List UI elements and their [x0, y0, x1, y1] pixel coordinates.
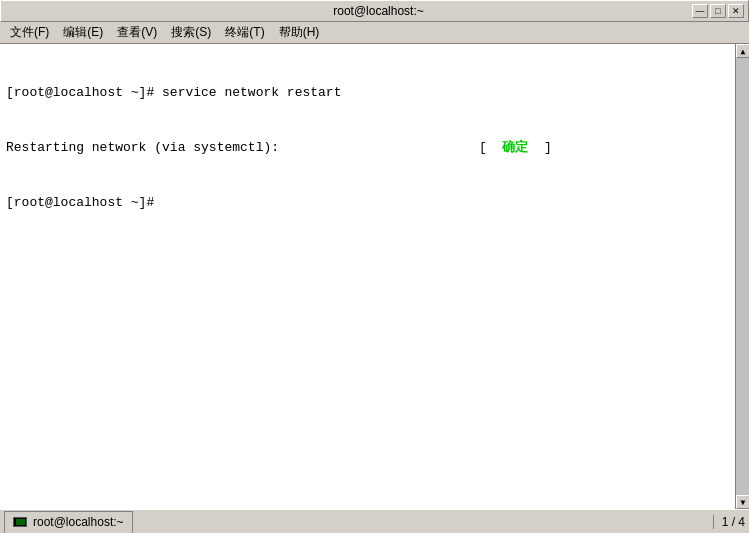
window-title: root@localhost:~ [65, 4, 692, 18]
prompt-text: [root@localhost ~]# [6, 194, 162, 212]
menu-help[interactable]: 帮助(H) [273, 22, 326, 43]
menu-search[interactable]: 搜索(S) [165, 22, 217, 43]
scrollbar-up-button[interactable]: ▲ [736, 44, 749, 58]
maximize-button[interactable]: □ [710, 4, 726, 18]
status-left: root@localhost:~ [4, 511, 133, 533]
menu-bar: 文件(F) 编辑(E) 查看(V) 搜索(S) 终端(T) 帮助(H) [0, 22, 749, 44]
restarting-text: Restarting network (via systemctl): [6, 139, 279, 157]
ok-bracket-left: [ [479, 139, 502, 157]
scrollbar[interactable]: ▲ ▼ [735, 44, 749, 509]
terminal-tab-icon [13, 517, 27, 527]
ok-status: 确定 [502, 139, 528, 157]
terminal-line-restarting: Restarting network (via systemctl):[ 确定 … [6, 139, 743, 157]
command-text: [root@localhost ~]# service network rest… [6, 84, 341, 102]
status-bar: root@localhost:~ 1 / 4 [0, 509, 749, 533]
scrollbar-track[interactable] [736, 58, 749, 495]
tab-label: root@localhost:~ [33, 515, 124, 529]
page-info: 1 / 4 [713, 515, 745, 529]
scrollbar-down-button[interactable]: ▼ [736, 495, 749, 509]
menu-edit[interactable]: 编辑(E) [57, 22, 109, 43]
menu-file[interactable]: 文件(F) [4, 22, 55, 43]
window-controls: — □ ✕ [692, 4, 744, 18]
menu-view[interactable]: 查看(V) [111, 22, 163, 43]
ok-bracket-right: ] [528, 139, 551, 157]
minimize-button[interactable]: — [692, 4, 708, 18]
title-bar: root@localhost:~ — □ ✕ [0, 0, 749, 22]
terminal-content: [root@localhost ~]# service network rest… [6, 48, 743, 248]
terminal-screen [16, 519, 25, 525]
terminal-area[interactable]: [root@localhost ~]# service network rest… [0, 44, 749, 509]
terminal-line-command: [root@localhost ~]# service network rest… [6, 84, 743, 102]
menu-terminal[interactable]: 终端(T) [219, 22, 270, 43]
terminal-tab[interactable]: root@localhost:~ [4, 511, 133, 533]
terminal-line-prompt: [root@localhost ~]# [6, 194, 743, 212]
close-button[interactable]: ✕ [728, 4, 744, 18]
